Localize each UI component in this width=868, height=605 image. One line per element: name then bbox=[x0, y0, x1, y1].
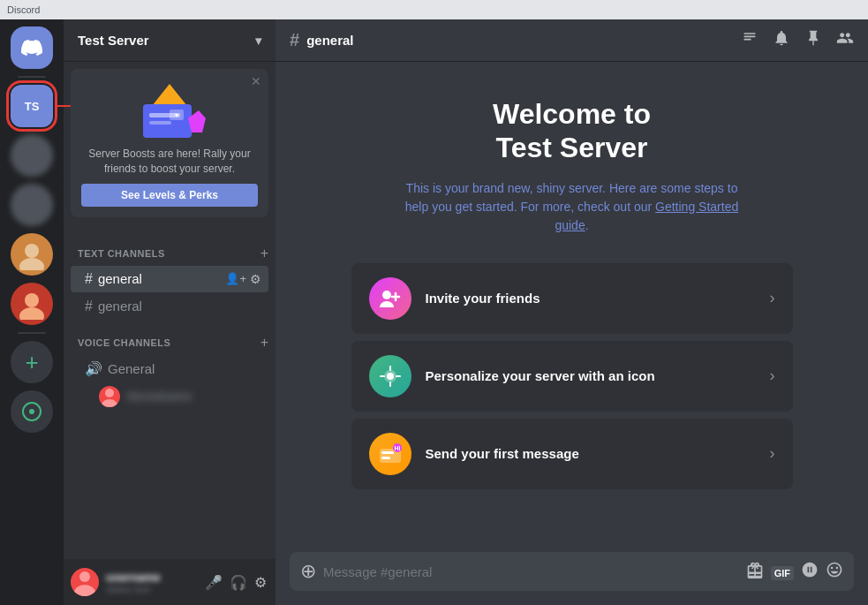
welcome-subtitle: This is your brand new, shiny server. He… bbox=[404, 179, 740, 235]
add-voice-channel-button[interactable]: + bbox=[260, 335, 268, 351]
action-card-invite-label: Invite your friends bbox=[426, 291, 756, 306]
svg-point-3 bbox=[19, 307, 44, 320]
svg-point-1 bbox=[19, 258, 44, 270]
chevron-right-icon-3: › bbox=[770, 444, 775, 463]
invite-icon bbox=[369, 277, 411, 320]
user-controls: 🎤 🎧 ⚙ bbox=[203, 572, 268, 593]
svg-text:Hi: Hi bbox=[394, 445, 400, 451]
see-levels-perks-button[interactable]: See Levels & Perks bbox=[81, 184, 258, 207]
message-input-box: ⊕ GIF bbox=[290, 552, 854, 591]
members-button[interactable] bbox=[836, 29, 854, 51]
channel-name-2: general bbox=[98, 299, 142, 314]
server-item-blurred1[interactable] bbox=[11, 134, 53, 177]
svg-text:▾: ▾ bbox=[175, 111, 178, 119]
threads-button[interactable] bbox=[741, 29, 759, 51]
app-title: Discord bbox=[7, 4, 40, 15]
chevron-down-icon: ▾ bbox=[255, 34, 261, 48]
channel-list: TEXT CHANNELS + # general 👤+ ⚙ # general… bbox=[64, 224, 275, 559]
emoji-button[interactable] bbox=[826, 561, 843, 583]
boost-illustration: ▾ bbox=[121, 79, 218, 141]
discover-button[interactable] bbox=[11, 390, 53, 433]
welcome-title: Welcome to Test Server bbox=[493, 97, 651, 165]
server-item-avatar1[interactable] bbox=[11, 233, 53, 276]
deafen-button[interactable]: 🎧 bbox=[228, 572, 249, 593]
add-attachment-button[interactable]: ⊕ bbox=[300, 560, 316, 583]
channel-header-name: general bbox=[306, 33, 353, 48]
svg-point-14 bbox=[102, 399, 117, 407]
notification-button[interactable] bbox=[773, 29, 790, 51]
user-info: username status text bbox=[106, 571, 196, 594]
server-header[interactable]: Test Server ▾ bbox=[64, 19, 275, 62]
gif-button[interactable]: GIF bbox=[771, 561, 794, 583]
chevron-right-icon-2: › bbox=[770, 367, 775, 385]
svg-point-15 bbox=[79, 571, 90, 582]
server-initials: TS bbox=[25, 100, 40, 113]
member-avatar bbox=[99, 386, 120, 407]
channel-hash-icon: # bbox=[290, 30, 299, 50]
channel-name: general bbox=[98, 271, 142, 286]
voice-channel-name: General bbox=[108, 361, 155, 376]
svg-point-19 bbox=[387, 373, 394, 380]
user-avatar bbox=[71, 568, 99, 596]
hash-icon: # bbox=[85, 271, 93, 287]
sticker-button[interactable] bbox=[801, 561, 819, 583]
gif-badge: GIF bbox=[771, 566, 794, 580]
home-button[interactable] bbox=[11, 26, 53, 69]
mute-button[interactable]: 🎤 bbox=[203, 572, 224, 593]
server-item-avatar2[interactable] bbox=[11, 283, 53, 325]
svg-point-16 bbox=[74, 585, 95, 596]
server-divider-2 bbox=[18, 332, 46, 334]
server-item-blurred2[interactable] bbox=[11, 184, 53, 226]
add-server-button[interactable]: + bbox=[11, 341, 53, 383]
voice-channels-label: VOICE CHANNELS bbox=[78, 337, 170, 348]
action-card-icon-label: Personalize your server with an icon bbox=[426, 368, 756, 383]
user-status: status text bbox=[106, 584, 196, 594]
personalize-icon bbox=[369, 355, 411, 397]
user-name: username bbox=[106, 571, 196, 584]
hash-icon-2: # bbox=[85, 299, 93, 314]
channel-item-voice-general[interactable]: 🔊 General bbox=[71, 355, 268, 382]
svg-point-5 bbox=[29, 409, 34, 414]
voice-member-item: blurredname bbox=[71, 383, 268, 410]
svg-rect-22 bbox=[381, 457, 390, 459]
top-bar: # general bbox=[275, 19, 868, 62]
action-cards-container: Invite your friends › Personalize your s… bbox=[351, 263, 793, 496]
gift-button[interactable] bbox=[746, 561, 764, 583]
channel-actions: 👤+ ⚙ bbox=[225, 272, 261, 286]
getting-started-link[interactable]: Getting Started guide bbox=[555, 200, 738, 232]
server-item-ts[interactable]: TS bbox=[11, 85, 53, 127]
channel-item-general2[interactable]: # general bbox=[71, 293, 268, 320]
add-member-icon[interactable]: 👤+ bbox=[225, 272, 246, 286]
message-input[interactable] bbox=[323, 564, 739, 579]
svg-point-2 bbox=[25, 293, 39, 307]
svg-point-0 bbox=[25, 244, 39, 258]
close-banner-button[interactable]: ✕ bbox=[251, 74, 261, 88]
action-card-message-label: Send your first message bbox=[426, 446, 756, 461]
pin-button[interactable] bbox=[804, 29, 822, 51]
svg-rect-21 bbox=[381, 451, 394, 454]
chevron-right-icon-1: › bbox=[770, 289, 775, 307]
title-bar: Discord bbox=[0, 0, 868, 19]
boost-graphic: ▾ bbox=[121, 79, 218, 141]
text-channels-category: TEXT CHANNELS + bbox=[64, 231, 275, 265]
speaker-icon: 🔊 bbox=[85, 360, 102, 377]
channel-item-general-active[interactable]: # general 👤+ ⚙ bbox=[71, 266, 268, 292]
settings-icon[interactable]: ⚙ bbox=[250, 272, 261, 286]
user-settings-button[interactable]: ⚙ bbox=[253, 572, 268, 593]
boost-banner: ✕ ▾ bbox=[71, 69, 268, 217]
action-card-message[interactable]: Hi Send your first message › bbox=[351, 419, 793, 489]
action-card-icon[interactable]: Personalize your server with an icon › bbox=[351, 341, 793, 412]
main-content: # general Welcome to Test bbox=[275, 19, 868, 605]
text-channels-label: TEXT CHANNELS bbox=[78, 248, 165, 259]
svg-point-17 bbox=[382, 291, 391, 299]
action-card-invite[interactable]: Invite your friends › bbox=[351, 263, 793, 334]
server-name: Test Server bbox=[78, 33, 149, 48]
svg-point-13 bbox=[105, 389, 114, 397]
add-text-channel-button[interactable]: + bbox=[260, 246, 268, 261]
member-name: blurredname bbox=[127, 389, 192, 403]
voice-channels-category: VOICE CHANNELS + bbox=[64, 321, 275, 354]
top-bar-actions bbox=[741, 29, 854, 51]
message-icon: Hi bbox=[369, 433, 411, 475]
welcome-area: Welcome to Test Server This is your bran… bbox=[275, 62, 868, 552]
svg-rect-9 bbox=[149, 121, 171, 125]
